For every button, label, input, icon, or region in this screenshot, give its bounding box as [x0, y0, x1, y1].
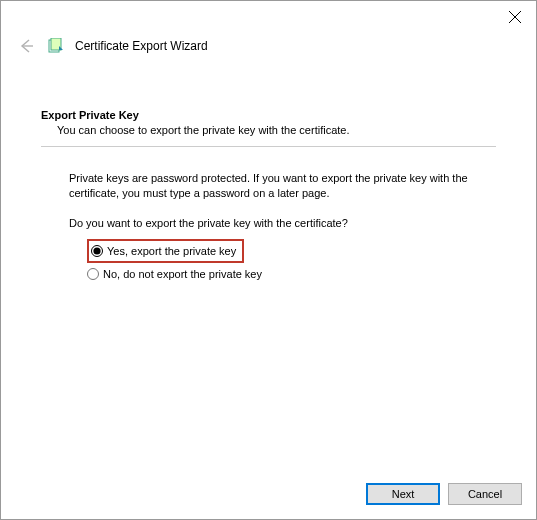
radio-yes-label: Yes, export the private key	[107, 245, 236, 257]
wizard-content: Export Private Key You can choose to exp…	[1, 69, 536, 285]
wizard-footer: Next Cancel	[366, 483, 522, 505]
cancel-button[interactable]: Cancel	[448, 483, 522, 505]
back-arrow-icon	[17, 37, 35, 55]
back-button[interactable]	[17, 37, 35, 55]
divider	[41, 146, 496, 147]
section-subtext: You can choose to export the private key…	[57, 124, 496, 136]
radio-no-label: No, do not export the private key	[103, 268, 262, 280]
radio-option-no[interactable]: No, do not export the private key	[87, 263, 496, 285]
radio-yes-input[interactable]	[91, 245, 103, 257]
question-text: Do you want to export the private key wi…	[69, 217, 468, 229]
close-button[interactable]	[508, 10, 522, 24]
body-text: Private keys are password protected. If …	[69, 171, 468, 201]
radio-option-yes[interactable]: Yes, export the private key	[87, 239, 244, 263]
radio-group: Yes, export the private key No, do not e…	[87, 239, 496, 285]
radio-no-input[interactable]	[87, 268, 99, 280]
close-icon	[508, 10, 522, 24]
titlebar	[1, 1, 536, 33]
wizard-title: Certificate Export Wizard	[75, 39, 208, 53]
wizard-header: Certificate Export Wizard	[1, 33, 536, 69]
section-heading: Export Private Key	[41, 109, 496, 121]
certificate-wizard-icon	[47, 38, 63, 54]
next-button[interactable]: Next	[366, 483, 440, 505]
